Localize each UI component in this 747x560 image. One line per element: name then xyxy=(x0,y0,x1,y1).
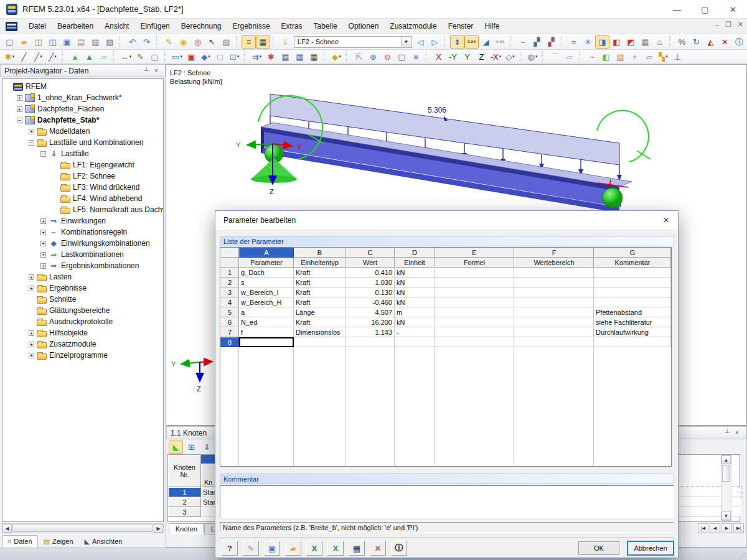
node-row-number[interactable]: 1 xyxy=(168,487,201,497)
solid-cube-icon[interactable]: ◻ xyxy=(213,50,227,63)
cell-r7-wert[interactable]: 1.143 xyxy=(345,327,395,337)
cell-r8-wert[interactable] xyxy=(345,337,395,347)
new-opening-icon[interactable]: ▣ xyxy=(184,50,199,63)
help-button[interactable]: ? xyxy=(222,541,238,556)
navigator-hscrollbar[interactable]: ◀ ▶ xyxy=(2,523,164,533)
resize-grip[interactable]: ⋰ xyxy=(740,552,746,559)
menu-ergebnisse[interactable]: Ergebnisse xyxy=(227,19,276,33)
cell-r1-einheitentyp[interactable]: Kraft xyxy=(294,268,345,278)
line-support-icon[interactable]: ▲ xyxy=(82,50,96,63)
expand-icon[interactable]: + xyxy=(40,241,46,246)
cell-r2-wert[interactable]: 1.030 xyxy=(345,278,395,287)
cell-r2-einheit[interactable]: kN xyxy=(395,278,435,287)
cell-r5-kommentar[interactable]: Pfettenabstand xyxy=(594,307,671,317)
cell-r7-formel[interactable] xyxy=(435,327,514,337)
tree-item-ergebniskombinationen[interactable]: +⇒Ergebniskombinationen xyxy=(2,260,163,271)
view-wireframe-icon[interactable]: ▢ xyxy=(395,50,409,63)
row-number-5[interactable]: 5 xyxy=(220,307,239,317)
tree-item-lasten[interactable]: +Lasten xyxy=(2,271,163,282)
mdi-restore-icon[interactable]: ❐ xyxy=(725,21,731,29)
target-snap-icon[interactable]: ◎ xyxy=(190,35,205,49)
expand-icon[interactable]: + xyxy=(40,252,46,258)
result-surfaces-icon[interactable]: ◧ xyxy=(599,50,613,63)
expand-icon[interactable]: + xyxy=(29,274,34,280)
cell-r8-formel[interactable] xyxy=(435,337,514,347)
connect-members-icon[interactable]: ⇉▾ xyxy=(250,50,264,63)
chevron-down-icon[interactable]: ▼ xyxy=(401,37,411,47)
menu-bearbeiten[interactable]: Bearbeiten xyxy=(52,19,99,33)
row-number-4[interactable]: 4 xyxy=(220,297,239,307)
cell-r3-wert[interactable]: 0.130 xyxy=(345,287,395,297)
import-excel-button[interactable]: X xyxy=(327,541,344,556)
row-number-1[interactable]: 1 xyxy=(220,268,239,278)
save-parameters-button[interactable]: ▣ xyxy=(264,541,280,556)
cell-r5-formel[interactable] xyxy=(435,307,514,317)
new-node-icon[interactable]: ✱▾ xyxy=(2,50,17,63)
regenerate-c-icon[interactable]: ▦ xyxy=(307,50,321,63)
pin-icon[interactable]: ┴ xyxy=(722,428,732,437)
select-window-icon[interactable]: ▢ xyxy=(148,50,162,63)
result-solids-icon[interactable]: ▧ xyxy=(613,50,627,63)
comment-textarea[interactable] xyxy=(220,485,674,518)
expand-icon[interactable]: + xyxy=(29,330,34,336)
cell-r8-kommentar[interactable] xyxy=(594,337,671,347)
column-letter-D[interactable]: D xyxy=(395,248,435,258)
info-button[interactable]: ⓘ xyxy=(391,541,407,556)
result-deformation-icon[interactable]: ~ xyxy=(585,50,599,63)
close-icon[interactable]: × xyxy=(151,66,161,75)
tree-item-kombinationsregeln[interactable]: +⇔Kombinationsregeln xyxy=(2,226,163,238)
clip-box-icon[interactable]: ▱ xyxy=(562,50,576,63)
new-line-icon[interactable]: ╱ xyxy=(17,50,31,63)
cell-r8-einheit[interactable] xyxy=(395,337,435,347)
cell-r3-wertebereich[interactable] xyxy=(514,287,594,297)
table-grid-toggle-icon[interactable]: ▦ xyxy=(256,35,270,49)
first-record-icon[interactable]: |◀ xyxy=(698,523,708,533)
table-apply-icon[interactable]: ◣ xyxy=(169,441,183,454)
expand-icon[interactable]: + xyxy=(29,129,34,134)
scroll-up-icon[interactable]: ▲ xyxy=(721,455,731,464)
collapse-icon[interactable]: − xyxy=(40,151,46,157)
cell-r1-einheit[interactable]: kN xyxy=(395,268,435,278)
cell-r4-wert[interactable]: -0.460 xyxy=(345,297,395,307)
scroll-left-icon[interactable]: ◀ xyxy=(2,524,12,533)
cancel-button[interactable]: Abbrechen xyxy=(627,541,674,556)
expand-icon[interactable]: + xyxy=(29,342,34,347)
tree-item-einwirkungen[interactable]: +⇒Einwirkungen xyxy=(2,215,163,226)
tree-item-lastf-lle-und-kombinationen[interactable]: −Lastfälle und Kombinationen xyxy=(2,137,163,148)
undo-icon[interactable]: ↶ xyxy=(125,35,139,49)
show-load-values-icon[interactable]: X.XX xyxy=(464,35,479,49)
cell-r4-formel[interactable] xyxy=(435,297,514,307)
view-minus-y-icon[interactable]: -Y xyxy=(446,50,460,63)
tree-item-modelldaten[interactable]: +Modelldaten xyxy=(2,126,163,137)
view-minus-x-icon[interactable]: -X▾ xyxy=(489,50,503,63)
cell-r5-parameter[interactable]: a xyxy=(239,307,294,317)
pin-icon[interactable]: ┴ xyxy=(141,66,151,75)
tree-item-ergebnisse[interactable]: +Ergebnisse xyxy=(2,282,163,294)
cell-r6-formel[interactable] xyxy=(435,317,514,327)
panel-toggle-icon[interactable]: ▚▾ xyxy=(656,50,670,63)
tree-item-lf5-normalkraft-aus-dachver[interactable]: LF5: Normalkraft aus Dachver xyxy=(2,204,163,215)
clip-plane-icon[interactable]: ⌒ xyxy=(548,50,562,63)
load-parameters-button[interactable]: ▰ xyxy=(285,541,301,556)
mdi-close-icon[interactable]: ✕ xyxy=(738,21,743,29)
new-line-type-icon[interactable]: ╱▾ xyxy=(31,50,45,63)
show-loads-icon[interactable]: ⇟ xyxy=(450,35,464,49)
edit-dimension-icon[interactable]: ✎ xyxy=(133,50,148,63)
navigator-tab-ansichten[interactable]: ◣Ansichten xyxy=(79,535,128,548)
mdi-minimize-icon[interactable]: – xyxy=(715,21,719,29)
menu-optionen[interactable]: Optionen xyxy=(343,19,385,33)
table-import-icon[interactable]: ⇓ xyxy=(200,441,214,454)
scroll-down-icon[interactable]: ▼ xyxy=(721,511,731,520)
new-surface-icon[interactable]: ▭▾ xyxy=(170,50,184,63)
cell-r8-parameter[interactable] xyxy=(239,337,294,347)
print-preview-icon[interactable]: ▧ xyxy=(103,35,117,49)
redo-icon[interactable]: ↷ xyxy=(139,35,154,49)
expand-icon[interactable]: + xyxy=(40,263,46,269)
cell-r1-formel[interactable] xyxy=(435,268,514,278)
expand-icon[interactable]: + xyxy=(29,286,34,291)
plane-grid-icon[interactable]: ▦ xyxy=(638,35,652,49)
project-manager-icon[interactable]: ◫ xyxy=(31,35,45,49)
view-y-icon[interactable]: Y xyxy=(460,50,474,63)
clipboard-icon[interactable]: ▤ xyxy=(74,35,88,49)
column-header-parameter[interactable]: Parameter xyxy=(239,258,294,268)
